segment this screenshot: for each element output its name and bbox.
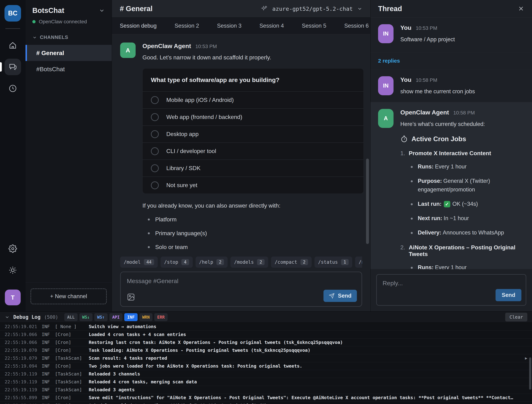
log-time: 22:55:19.070: [5, 348, 42, 353]
close-icon[interactable]: [518, 5, 525, 12]
tab-session-4[interactable]: Session 4: [259, 23, 284, 29]
log-message: Restoring last cron task: AiNote X Opera…: [89, 340, 527, 345]
send-button[interactable]: Send: [324, 290, 357, 302]
pill-model[interactable]: /model44: [120, 257, 158, 268]
filter-api[interactable]: API: [109, 313, 123, 321]
tab-session-6[interactable]: Session 6: [344, 23, 369, 29]
chat-bubbles-icon: [8, 63, 17, 71]
message-author: OpenClaw Agent: [143, 43, 191, 50]
list-item: Platform: [143, 216, 364, 223]
model-selector[interactable]: azure-gpt52/gpt-5.2-chat: [260, 5, 363, 13]
pill-status[interactable]: /status1: [314, 257, 352, 268]
debug-log-title: Debug Log: [13, 314, 41, 320]
log-row[interactable]: 22:55:19.066INF[Cron]Loaded 4 cron tasks…: [0, 331, 532, 339]
log-level: INF: [42, 340, 55, 345]
connection-status: OpenClaw connected: [26, 16, 112, 25]
theme-toggle-button[interactable]: [5, 262, 21, 278]
log-rows: 22:55:19.021INF[ None ]Switch view → aut…: [0, 323, 532, 404]
poll-option-library[interactable]: Library / SDK: [143, 159, 363, 177]
detail-label: Runs:: [418, 164, 434, 170]
pill-stop[interactable]: /stop4: [161, 257, 193, 268]
settings-button[interactable]: [5, 240, 21, 257]
new-channel-button[interactable]: + New channel: [31, 289, 107, 304]
poll-option-notsure[interactable]: Not sure yet: [143, 177, 363, 194]
chat-nav-button[interactable]: [5, 59, 21, 75]
message-scroll-area[interactable]: A OpenClaw Agent 10:53 PM Good. Let’s na…: [112, 34, 370, 254]
pill-new[interactable]: /new1: [355, 257, 362, 268]
bullet-icon: [411, 267, 413, 269]
user-avatar[interactable]: T: [5, 290, 21, 305]
sidebar-item-botschat[interactable]: #BotsChat: [26, 61, 112, 77]
replies-count[interactable]: 2 replies: [370, 52, 532, 69]
attach-image-button[interactable]: [127, 293, 135, 301]
bullet-icon: [411, 232, 413, 234]
log-row[interactable]: 22:55:19.119INF[TaskScan]Reloaded 3 agen…: [0, 386, 532, 394]
poll-option-web[interactable]: Web app (frontend / backend): [143, 108, 363, 125]
pill-models[interactable]: /models2: [230, 257, 268, 268]
clear-log-button[interactable]: Clear: [505, 313, 527, 322]
channels-section-header[interactable]: CHANNELS: [26, 35, 112, 40]
pill-count-badge: 4: [182, 259, 189, 265]
channels-label: CHANNELS: [40, 35, 68, 40]
poll-option-cli[interactable]: CLI / developer tool: [143, 142, 363, 159]
expand-row-icon[interactable]: ▶: [525, 356, 527, 360]
tab-session-debug[interactable]: Session debug: [120, 23, 157, 29]
tab-session-5[interactable]: Session 5: [302, 23, 326, 29]
log-tag: [Cron]: [55, 395, 89, 400]
log-level: INF: [42, 356, 55, 361]
job-detail: Runs:Every 1 hour: [400, 162, 525, 171]
filter-wrn[interactable]: WRN: [139, 313, 153, 321]
filter-inf-active[interactable]: INF: [124, 313, 138, 321]
pill-compact[interactable]: /compact2: [271, 257, 312, 268]
poll-card: What type of software/app are you buildi…: [143, 68, 364, 194]
log-row[interactable]: 22:55:19.079INF[TaskScan]Scan result: 4 …: [0, 354, 532, 362]
poll-option-label: Not sure yet: [166, 182, 197, 189]
log-row[interactable]: 22:55:55.899INF[Cron]Save edit "instruct…: [0, 394, 532, 402]
tab-session-3[interactable]: Session 3: [217, 23, 241, 29]
sidebar-item-general[interactable]: # General: [26, 45, 112, 61]
log-row[interactable]: 22:55:19.066INF[Cron]Restoring last cron…: [0, 339, 532, 347]
message-row: A OpenClaw Agent 10:58 PM Here’s what’s …: [370, 102, 532, 269]
message-content: OpenClaw Agent 10:53 PM Good. Let’s narr…: [143, 43, 364, 254]
message-input[interactable]: Message #General Send: [120, 271, 362, 307]
chevron-down-icon[interactable]: [99, 7, 105, 14]
log-row[interactable]: 22:55:57.148INF[Task]Schedule applied to…: [0, 402, 532, 404]
thread-reply-composer: Reply... Send: [370, 269, 532, 311]
poll-option-mobile[interactable]: Mobile app (iOS / Android): [143, 91, 363, 108]
list-item: Solo or team: [143, 244, 364, 250]
log-row[interactable]: 22:55:19.119INF[TaskScan]Reloaded 3 chan…: [0, 370, 532, 378]
home-nav-button[interactable]: [5, 37, 21, 54]
message-input-placeholder: Message #General: [127, 278, 178, 284]
filter-all[interactable]: ALL: [64, 313, 78, 321]
debug-log-header: Debug Log (500) ALL WS↓ WS↑ API INF WRN …: [0, 312, 532, 323]
job-number: 1.: [400, 150, 405, 157]
log-row[interactable]: 22:55:19.094INF[Cron]Two jobs were loade…: [0, 362, 532, 370]
log-row[interactable]: 22:55:19.070INF[Cron]Task loading: AiNot…: [0, 347, 532, 354]
chevron-down-icon[interactable]: [5, 315, 10, 320]
log-row[interactable]: 22:55:19.119INF[TaskScan]Reloaded 4 cron…: [0, 378, 532, 386]
message-composer: /model44 /stop4 /help2 /models2 /compact…: [112, 254, 370, 311]
workspace-header[interactable]: BotsChat: [26, 0, 112, 16]
log-row[interactable]: 22:55:19.021INF[ None ]Switch view → aut…: [0, 323, 532, 331]
filter-ws-down[interactable]: WS↓: [79, 313, 93, 321]
pill-command: /help: [199, 259, 213, 265]
filter-err[interactable]: ERR: [154, 313, 168, 321]
active-nav-indicator: [0, 62, 2, 72]
reply-input[interactable]: Reply... Send: [376, 274, 526, 306]
pill-help[interactable]: /help2: [196, 257, 228, 268]
chat-scrollbar[interactable]: [366, 158, 369, 244]
message-timestamp: 10:53 PM: [416, 25, 437, 31]
poll-option-desktop[interactable]: Desktop app: [143, 125, 363, 142]
log-scrollbar[interactable]: [529, 357, 531, 390]
history-nav-button[interactable]: [5, 80, 21, 97]
rail-divider: [5, 28, 20, 29]
log-message: Reloaded 3 channels: [89, 371, 527, 377]
tab-session-2[interactable]: Session 2: [175, 23, 199, 29]
detail-label: Runs:: [418, 264, 434, 269]
log-time: 22:55:19.079: [5, 356, 42, 361]
thread-send-button[interactable]: Send: [496, 289, 521, 301]
detail-value: Announces to WhatsApp: [443, 229, 504, 236]
workspace-logo[interactable]: BC: [5, 5, 21, 22]
filter-ws-up[interactable]: WS↑: [94, 313, 108, 321]
log-message: Save edit "instructions" for "AiNote X O…: [89, 395, 527, 400]
